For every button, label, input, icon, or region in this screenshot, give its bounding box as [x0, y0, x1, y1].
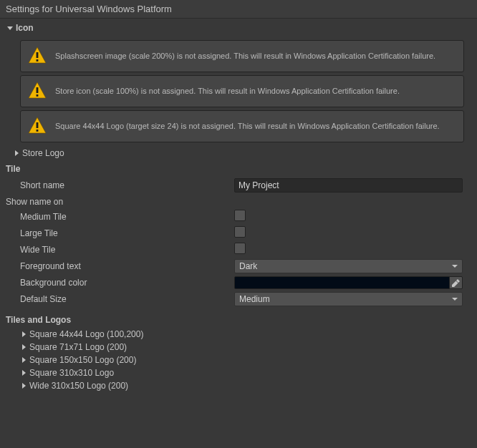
logo-label: Square 44x44 Logo (100,200) [29, 329, 143, 339]
warning-text: Splashscreen image (scale 200%) is not a… [55, 51, 435, 61]
foreground-text-label: Foreground text [0, 261, 234, 271]
svg-rect-0 [37, 52, 39, 58]
warning-icon [28, 47, 47, 66]
logo-label: Square 310x310 Logo [29, 368, 114, 378]
settings-title: Settings for Universal Windows Platform [6, 4, 172, 14]
svg-rect-5 [37, 130, 39, 132]
eyedropper-button[interactable] [449, 277, 462, 288]
short-name-input[interactable] [234, 178, 463, 193]
large-tile-checkbox[interactable] [234, 226, 246, 238]
svg-rect-3 [37, 94, 39, 97]
chevron-right-icon [22, 383, 26, 389]
warning-icon [28, 117, 47, 136]
short-name-label: Short name [0, 180, 234, 190]
foreground-text-dropdown[interactable]: Dark [234, 259, 463, 273]
logo-foldout-square150[interactable]: Square 150x150 Logo (200) [0, 354, 477, 366]
default-size-value: Medium [239, 294, 270, 304]
store-logo-foldout[interactable]: Store Logo [0, 145, 477, 160]
background-color-field[interactable] [234, 276, 463, 289]
eyedropper-icon [452, 279, 460, 287]
logo-label: Square 71x71 Logo (200) [29, 342, 127, 352]
chevron-right-icon [22, 357, 26, 363]
wide-tile-label: Wide Tile [0, 245, 234, 255]
logo-foldout-square310[interactable]: Square 310x310 Logo [0, 366, 477, 379]
logo-label: Square 150x150 Logo (200) [29, 355, 136, 365]
icon-foldout-label: Icon [16, 23, 34, 33]
chevron-down-icon [7, 26, 13, 30]
settings-header: Settings for Universal Windows Platform [0, 0, 477, 19]
logo-foldout-square44[interactable]: Square 44x44 Logo (100,200) [0, 328, 477, 341]
chevron-right-icon [15, 150, 19, 156]
warning-splashscreen: Splashscreen image (scale 200%) is not a… [20, 40, 464, 72]
svg-rect-2 [37, 87, 39, 93]
background-color-swatch[interactable] [235, 277, 449, 288]
background-color-label: Background color [0, 278, 234, 288]
chevron-right-icon [22, 370, 26, 376]
wide-tile-checkbox[interactable] [234, 243, 246, 254]
foreground-text-value: Dark [239, 261, 257, 271]
svg-rect-1 [37, 59, 39, 62]
chevron-right-icon [22, 344, 26, 350]
default-size-dropdown[interactable]: Medium [234, 292, 463, 306]
warning-text: Store icon (scale 100%) is not assigned.… [55, 86, 400, 96]
show-name-on-label: Show name on [6, 197, 63, 207]
medium-tile-label: Medium Tile [0, 212, 234, 222]
medium-tile-checkbox[interactable] [234, 210, 246, 221]
svg-rect-4 [37, 122, 39, 128]
warning-icon [28, 82, 47, 101]
warning-text: Square 44x44 Logo (target size 24) is no… [55, 121, 440, 131]
logo-foldout-wide310[interactable]: Wide 310x150 Logo (200) [0, 379, 477, 392]
warning-store-icon: Store icon (scale 100%) is not assigned.… [20, 75, 464, 107]
icon-foldout[interactable]: Icon [6, 21, 471, 34]
logo-label: Wide 310x150 Logo (200) [29, 381, 128, 391]
chevron-right-icon [22, 331, 26, 337]
warning-square44: Square 44x44 Logo (target size 24) is no… [20, 110, 464, 142]
store-logo-label: Store Logo [22, 148, 64, 158]
large-tile-label: Large Tile [0, 228, 234, 238]
default-size-label: Default Size [0, 294, 234, 304]
tile-heading: Tile [0, 160, 477, 177]
tiles-logos-heading: Tiles and Logos [0, 308, 477, 328]
logo-foldout-square71[interactable]: Square 71x71 Logo (200) [0, 341, 477, 354]
